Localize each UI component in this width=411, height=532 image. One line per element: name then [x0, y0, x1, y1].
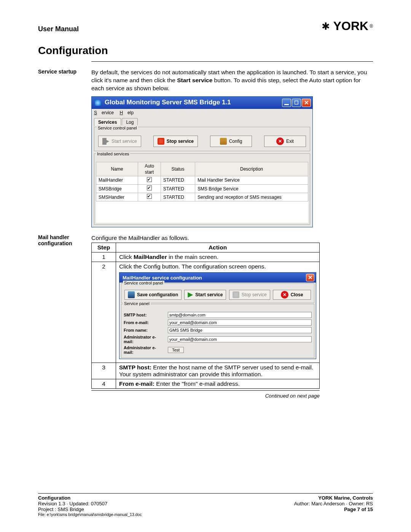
- gms-window: Global Monitoring Server SMS Bridge 1.1 …: [91, 96, 313, 227]
- start-service-button[interactable]: Start service: [98, 136, 141, 147]
- tab-services[interactable]: Services: [94, 118, 121, 126]
- save-config-button[interactable]: Save configuration: [124, 290, 182, 300]
- label-from-email: From e-mail:: [124, 320, 166, 325]
- stop-icon: [158, 138, 164, 145]
- footer-right-1: YORK Marine, Controls: [318, 495, 373, 501]
- col-action: Action: [116, 243, 320, 252]
- step-1-num: 1: [92, 252, 116, 262]
- exit-button[interactable]: ✕ Exit: [264, 136, 306, 147]
- exit-icon: ✕: [276, 137, 284, 145]
- mail-handler-text: Configure the MailHandler as follows.: [91, 234, 320, 242]
- page-footer: Configuration YORK Marine, Controls Revi…: [38, 493, 373, 517]
- footer-right-2: Author: Marc Anderson · Owner: RS: [294, 501, 373, 506]
- config-icon: [220, 138, 227, 145]
- checkbox-icon[interactable]: [147, 194, 152, 199]
- close-button[interactable]: ✕: [302, 99, 311, 107]
- label-admin-email: Administrator e-mail:: [124, 335, 166, 344]
- checkbox-icon[interactable]: [147, 177, 152, 182]
- page-title: Configuration: [38, 45, 373, 57]
- dlg-sp-legend: Service panel: [123, 301, 151, 306]
- logo-text: YORK: [333, 19, 368, 33]
- footer-left-3: Project : SMS Bridge: [38, 506, 84, 512]
- footer-file: File: e:\york\sms bridge\manual\smsbridg…: [38, 512, 373, 517]
- close-icon: ✕: [281, 291, 288, 299]
- input-smtp[interactable]: [168, 312, 312, 318]
- footer-right-3: Page 7 of 15: [344, 506, 373, 512]
- header-user-manual: User Manual: [38, 25, 79, 33]
- minimize-button[interactable]: [282, 99, 291, 107]
- step-4-action: From e-mail: Enter the "from" e-mail add…: [116, 379, 320, 389]
- stop-service-button[interactable]: Stop service: [153, 136, 198, 147]
- stop-icon: [233, 291, 239, 298]
- dlg-scp-legend: Service control panel: [123, 281, 164, 285]
- start-icon: [188, 292, 193, 297]
- menu-service[interactable]: Service: [94, 110, 114, 115]
- save-icon: [128, 291, 135, 298]
- app-icon: [95, 100, 101, 106]
- installed-services-legend: Installed services: [96, 151, 130, 157]
- label-smtp: SMTP host:: [124, 313, 166, 317]
- tab-log[interactable]: Log: [122, 118, 138, 126]
- step-1-action: Click MailHandler in the main screen.: [116, 252, 320, 262]
- dlg-close-button[interactable]: ✕ Close: [273, 290, 311, 300]
- section-label-service-startup: Service startup: [38, 69, 91, 227]
- continued-note: Continued on next page: [91, 393, 320, 399]
- footer-left-1: Configuration: [38, 495, 70, 501]
- menubar: Service Help: [92, 109, 312, 117]
- input-from-name[interactable]: [168, 327, 312, 333]
- col-name: Name: [96, 162, 138, 176]
- col-status: Status: [161, 162, 195, 176]
- divider: [91, 61, 373, 62]
- step-4-num: 4: [92, 379, 116, 389]
- window-titlebar: Global Monitoring Server SMS Bridge 1.1 …: [92, 97, 312, 109]
- table-row[interactable]: SMSHandler STARTED Sending and reception…: [96, 193, 308, 201]
- input-from-email[interactable]: [168, 320, 312, 326]
- col-auto: Auto start: [138, 162, 161, 176]
- york-logo: ✱ YORK®: [319, 19, 373, 33]
- config-button[interactable]: Config: [210, 136, 252, 147]
- dialog-title: MailHandler service configuration: [123, 275, 202, 281]
- dialog-close-button[interactable]: ✕: [306, 274, 314, 281]
- step-3-num: 3: [92, 363, 116, 379]
- step-3-action: SMTP host: Enter the host name of the SM…: [116, 363, 320, 379]
- step-2-action: Click the Config button. The configurati…: [116, 262, 320, 363]
- footer-left-2: Revision 1.3 · Updated: 070507: [38, 501, 107, 506]
- snowflake-icon: ✱: [319, 20, 332, 33]
- input-admin-email[interactable]: [168, 336, 312, 342]
- dlg-stop-button[interactable]: Stop service: [229, 290, 270, 300]
- steps-table: Step Action 1 Click MailHandler in the m…: [91, 243, 320, 389]
- start-icon: [102, 138, 109, 145]
- mailhandler-dialog: MailHandler service configuration ✕ Serv…: [119, 272, 316, 359]
- col-desc: Description: [195, 162, 308, 176]
- step-2-num: 2: [92, 262, 116, 363]
- service-startup-text: By default, the services do not automati…: [91, 69, 373, 227]
- divider: [91, 390, 320, 391]
- label-admin-email-2: Administrator e-mail:: [124, 345, 166, 355]
- checkbox-icon[interactable]: [147, 185, 152, 190]
- section-label-mail-handler: Mail handler configuration: [38, 234, 91, 399]
- maximize-button[interactable]: ☐: [292, 99, 301, 107]
- menu-help[interactable]: Help: [119, 110, 134, 115]
- col-step: Step: [92, 243, 116, 252]
- services-table: Name Auto start Status Description MailH…: [96, 162, 308, 202]
- window-title: Global Monitoring Server SMS Bridge 1.1: [105, 98, 231, 107]
- table-row[interactable]: MailHandler STARTED Mail Handler Service: [96, 176, 308, 184]
- dlg-start-button[interactable]: Start service: [184, 290, 226, 300]
- service-control-legend: Service control panel: [97, 125, 138, 131]
- test-button[interactable]: Test: [168, 347, 184, 353]
- table-row[interactable]: SMSBridge STARTED SMS Bridge Service: [96, 185, 308, 193]
- label-from-name: From name:: [124, 328, 166, 332]
